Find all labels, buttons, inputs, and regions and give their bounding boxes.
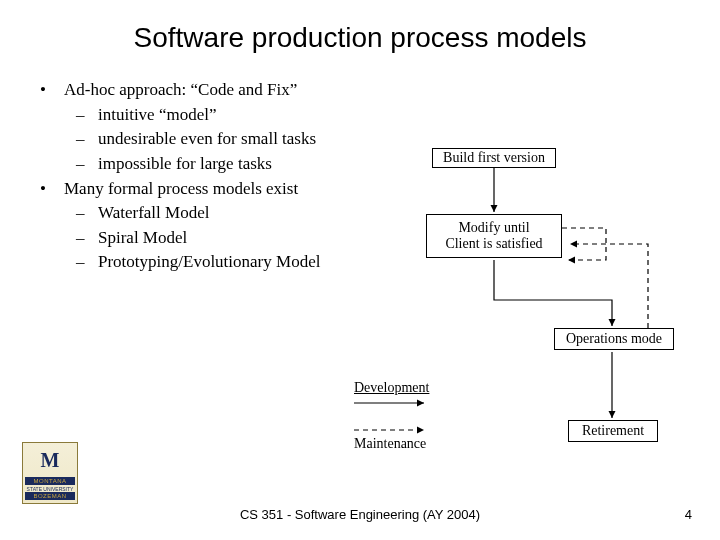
- sub-item: –undesirable even for small tasks: [76, 127, 320, 152]
- sub-marker: –: [76, 103, 98, 128]
- sub-text: intuitive “model”: [98, 103, 217, 128]
- bullet-marker: •: [40, 78, 64, 103]
- legend-development: Development: [354, 380, 429, 396]
- sub-item: –intuitive “model”: [76, 103, 320, 128]
- legend-maintenance: Maintenance: [354, 436, 426, 452]
- sub-marker: –: [76, 250, 98, 275]
- box-label: Operations mode: [566, 331, 662, 347]
- logo-letter: M: [23, 449, 77, 472]
- slide-title: Software production process models: [0, 0, 720, 54]
- sub-item: –impossible for large tasks: [76, 152, 320, 177]
- sub-marker: –: [76, 226, 98, 251]
- sub-marker: –: [76, 152, 98, 177]
- sub-marker: –: [76, 201, 98, 226]
- sub-text: impossible for large tasks: [98, 152, 272, 177]
- slide-footer: CS 351 - Software Engineering (AY 2004) …: [0, 507, 720, 522]
- bullet-text: Ad-hoc approach: “Code and Fix”: [64, 78, 297, 103]
- logo-city: BOZEMAN: [25, 492, 75, 500]
- sub-item: –Waterfall Model: [76, 201, 320, 226]
- diagram-box-modify: Modify untilClient is satisfied: [426, 214, 562, 258]
- bullet-item: • Many formal process models exist: [40, 177, 320, 202]
- box-label: Retirement: [582, 423, 644, 439]
- page-number: 4: [685, 507, 692, 522]
- sub-text: Prototyping/Evolutionary Model: [98, 250, 320, 275]
- sub-text: Waterfall Model: [98, 201, 209, 226]
- footer-text: CS 351 - Software Engineering (AY 2004): [0, 507, 720, 522]
- diagram-box-retirement: Retirement: [568, 420, 658, 442]
- sub-item: –Spiral Model: [76, 226, 320, 251]
- box-label: Build first version: [443, 150, 545, 166]
- bullet-list: • Ad-hoc approach: “Code and Fix” –intui…: [40, 78, 320, 275]
- diagram-box-build: Build first version: [432, 148, 556, 168]
- bullet-marker: •: [40, 177, 64, 202]
- box-label: Modify untilClient is satisfied: [445, 220, 542, 252]
- sub-marker: –: [76, 127, 98, 152]
- sub-item: –Prototyping/Evolutionary Model: [76, 250, 320, 275]
- logo-state: MONTANA: [25, 477, 75, 485]
- university-logo: M MONTANA STATE UNIVERSITY BOZEMAN: [22, 442, 78, 504]
- bullet-item: • Ad-hoc approach: “Code and Fix”: [40, 78, 320, 103]
- sub-text: undesirable even for small tasks: [98, 127, 316, 152]
- sub-text: Spiral Model: [98, 226, 187, 251]
- diagram-box-operations: Operations mode: [554, 328, 674, 350]
- bullet-text: Many formal process models exist: [64, 177, 298, 202]
